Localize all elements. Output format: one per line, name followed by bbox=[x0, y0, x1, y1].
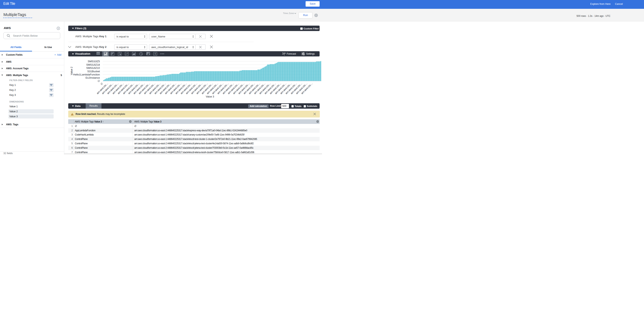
svg-text:SMS3JIZ5: SMS3JIZ5 bbox=[88, 60, 100, 63]
svg-text:SMS3JIZ18: SMS3JIZ18 bbox=[86, 63, 100, 66]
svg-text:SMS3JIZ10: SMS3JIZ10 bbox=[86, 66, 100, 70]
svg-text:∅: ∅ bbox=[98, 80, 100, 82]
svg-text:Value 3: Value 3 bbox=[206, 95, 214, 98]
svg-text:Value 2: Value 2 bbox=[70, 67, 73, 75]
svg-text:∅: ∅ bbox=[100, 82, 104, 86]
svg-text:6: 6 bbox=[155, 52, 156, 55]
svg-text:Hello1LambdaFunction: Hello1LambdaFunction bbox=[73, 73, 100, 76]
svg-text:S31Bucket: S31Bucket bbox=[87, 70, 100, 73]
svg-text:Ec2Instance: Ec2Instance bbox=[86, 76, 100, 79]
